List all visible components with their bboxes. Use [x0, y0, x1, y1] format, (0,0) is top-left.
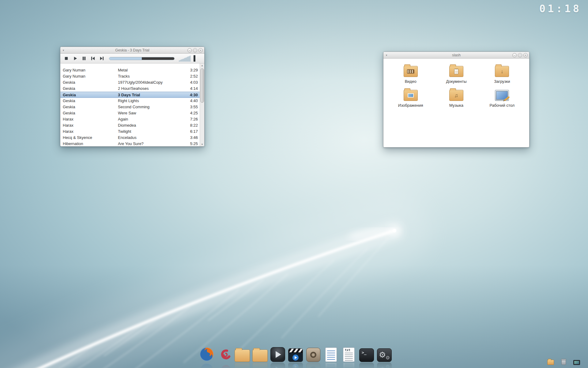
dock-writer-document[interactable] — [323, 345, 339, 362]
track-title: Were Saw — [118, 110, 184, 116]
dock-video-player[interactable] — [287, 345, 304, 362]
next-button[interactable] — [98, 55, 105, 62]
file-item-desktop[interactable]: Рабочий стол — [479, 90, 525, 108]
pause-button[interactable] — [81, 55, 88, 62]
file-manager-titlebar[interactable]: ▾ slash –□× — [383, 52, 529, 59]
track-artist: Geskia — [60, 98, 118, 104]
spectrum-bar — [187, 57, 188, 62]
file-manager-window-title: slash — [383, 53, 529, 57]
scroll-up-icon[interactable]: ▲ — [200, 63, 204, 67]
scroll-down-icon[interactable]: ▼ — [200, 142, 204, 146]
spectrum-bar — [182, 59, 182, 62]
track-row[interactable]: Gary NumanMetal3:29 — [60, 67, 200, 73]
dock-archive-safe[interactable] — [305, 345, 322, 362]
file-item-folder-music[interactable]: ♫Музыка — [433, 90, 479, 108]
track-title: Again — [118, 116, 184, 122]
dock-debian[interactable] — [216, 345, 233, 362]
track-row[interactable]: HaraxTwilight6:17 — [60, 128, 200, 135]
volume-bar[interactable] — [194, 55, 195, 62]
track-artist: Harax — [60, 116, 118, 122]
system-settings-icon: ⚙⚙ — [377, 348, 392, 362]
seek-segment-0 — [109, 57, 142, 60]
archive-safe-icon — [306, 348, 320, 362]
spectrum-display — [179, 55, 190, 62]
track-artist: Hecq & Skyence — [60, 135, 118, 141]
track-row[interactable]: Geskia2 Hour/Seahoses4:14 — [60, 86, 200, 92]
track-title: Right Lights — [118, 98, 184, 104]
file-item-folder-downloads[interactable]: ↓Загрузки — [479, 66, 525, 84]
play-button[interactable] — [72, 55, 79, 62]
home-folder-icon — [235, 350, 250, 362]
track-row[interactable]: HaraxDiomedea8:22 — [60, 122, 200, 128]
desktop-clock: 01:18 — [539, 2, 581, 15]
track-row[interactable]: Hecq & SkyenceEnceladus3:46 — [60, 135, 200, 141]
playlist-scrollbar[interactable]: ▲ ▼ — [200, 63, 204, 146]
stop-button[interactable] — [63, 55, 70, 62]
previous-button[interactable] — [89, 55, 96, 62]
playlist: Gary NumanMetal3:29Gary NumanTracks2:52G… — [60, 63, 200, 146]
spectrum-bar — [183, 59, 184, 62]
folder-documents-icon — [449, 66, 463, 77]
track-row[interactable]: Gary NumanTracks2:52 — [60, 73, 200, 79]
file-item-folder-videos[interactable]: Видео — [388, 66, 433, 84]
tray-home-folder-icon[interactable] — [547, 360, 554, 365]
track-row[interactable]: HibernationAre You Sure?5:25 — [60, 141, 200, 146]
scrollbar-thumb[interactable] — [200, 68, 204, 103]
spectrum-bar — [190, 56, 190, 62]
spectrum-bar — [188, 56, 189, 62]
writer-document-icon — [325, 347, 337, 362]
dock-system-settings[interactable]: ⚙⚙ — [376, 345, 393, 362]
seek-bar[interactable] — [109, 57, 175, 60]
track-duration: 3:29 — [184, 67, 200, 73]
window-menu-icon[interactable]: ▾ — [383, 54, 390, 57]
tray-trash-icon[interactable] — [561, 359, 566, 365]
dock-media-player[interactable] — [270, 345, 286, 362]
track-title: Metal — [118, 67, 184, 73]
file-label: Рабочий стол — [490, 103, 515, 108]
file-label: Загрузки — [494, 79, 510, 84]
debian-icon — [217, 347, 232, 362]
dock: txt>_⚙⚙ — [198, 345, 393, 362]
window-menu-icon[interactable]: ▾ — [60, 49, 66, 52]
file-grid: ВидеоДокументы↓ЗагрузкиИзображения♫Музык… — [383, 59, 529, 147]
dock-terminal[interactable]: >_ — [358, 345, 375, 362]
folder-videos-icon — [404, 66, 418, 77]
track-row[interactable]: GeskiaSecond Comming3:55 — [60, 104, 200, 110]
spectrum-bar — [185, 58, 186, 62]
window-buttons: –□× — [187, 48, 203, 52]
dock-text-editor[interactable]: txt — [341, 345, 357, 362]
track-duration: 3:55 — [184, 104, 200, 110]
track-row[interactable]: HaraxAgain7:26 — [60, 116, 200, 122]
player-titlebar[interactable]: ▾ Geskia - 3 Days Trial –□× — [60, 47, 204, 54]
folder-downloads-icon: ↓ — [495, 66, 509, 77]
file-item-folder-documents[interactable]: Документы — [433, 66, 479, 84]
close-button[interactable]: × — [198, 48, 203, 52]
maximize-button[interactable]: □ — [518, 53, 522, 57]
track-duration: 4:03 — [184, 79, 200, 86]
maximize-button[interactable]: □ — [193, 48, 197, 52]
track-row[interactable]: GeskiaRight Lights4:40 — [60, 98, 200, 104]
window-buttons: –□× — [512, 53, 528, 57]
transport-controls — [63, 55, 105, 62]
spectrum-bar — [181, 59, 181, 62]
file-label: Документы — [446, 79, 466, 84]
tray-display-icon[interactable] — [573, 360, 580, 365]
minimize-button[interactable]: – — [512, 53, 517, 57]
dock-home-folder[interactable] — [234, 345, 251, 362]
close-button[interactable]: × — [523, 53, 528, 57]
dock-documents-folder[interactable] — [252, 345, 268, 362]
terminal-icon: >_ — [359, 348, 374, 362]
track-row[interactable]: Geskia3 Days Trial4:30 — [60, 92, 200, 98]
minimize-button[interactable]: – — [187, 48, 192, 52]
file-item-folder-pictures[interactable]: Изображения — [388, 90, 433, 108]
dock-firefox[interactable] — [198, 345, 215, 362]
documents-folder-icon — [252, 350, 268, 362]
track-artist: Geskia — [60, 92, 118, 98]
track-row[interactable]: GeskiaWere Saw4:25 — [60, 110, 200, 116]
track-row[interactable]: Geskia1977Ugly/2004IdealCopy4:03 — [60, 79, 200, 86]
spectrum-bar — [183, 59, 183, 62]
file-label: Музыка — [449, 103, 463, 108]
file-label: Изображения — [398, 103, 423, 108]
video-player-icon — [288, 348, 303, 362]
media-player-icon — [270, 347, 285, 362]
